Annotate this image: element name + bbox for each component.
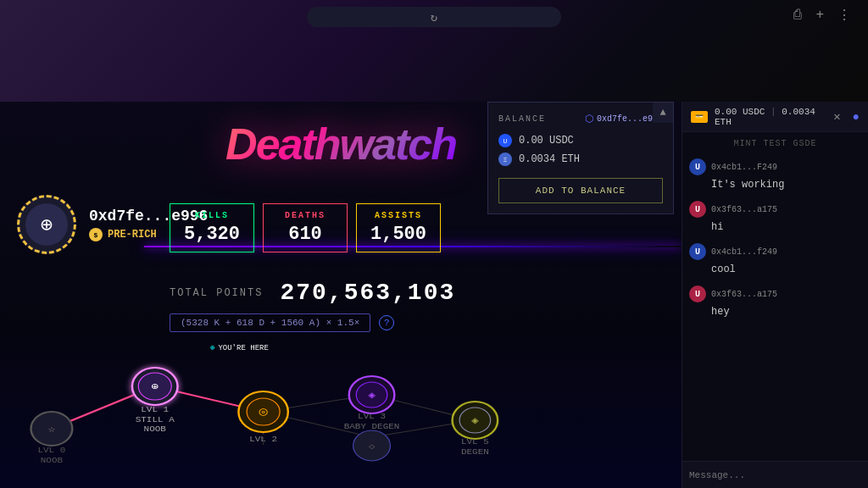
chat-panel: BALANCE ⬡ 0xd7fe...e996 U 0.00 USDC Ξ 0.…	[682, 102, 868, 488]
msg-avatar: U	[689, 243, 706, 260]
chat-message: U 0x3f63...a175 hey	[689, 286, 861, 318]
chat-message: U 0x4cb1...F249 It's working	[689, 158, 861, 191]
system-message: MINT TEST GSDE	[689, 139, 861, 148]
svg-text:LVL 2: LVL 2	[249, 435, 277, 444]
msg-text: It's working	[711, 179, 861, 191]
game-title: Deathwatch	[225, 119, 456, 169]
svg-text:LVL 1: LVL 1	[141, 406, 169, 414]
eth-icon: Ξ	[498, 152, 512, 166]
usdc-icon: U	[498, 134, 512, 147]
msg-header: U 0x3f63...a175	[689, 286, 861, 302]
add-tab-icon[interactable]: +	[815, 8, 824, 23]
total-points-value: 270,563,103	[280, 280, 455, 306]
kills-label: KILLS	[184, 211, 240, 220]
msg-avatar: U	[689, 286, 706, 302]
svg-text:◈: ◈	[471, 415, 479, 426]
deaths-value: 610	[277, 224, 333, 245]
total-points-area: TOTAL POINTS 270,563,103	[170, 280, 455, 306]
assists-value: 1,500	[370, 224, 426, 245]
chat-message: U 0x4cb1...f249 cool	[689, 243, 861, 275]
svg-text:NOOB: NOOB	[41, 457, 63, 465]
balance-network-icon: ⬡	[585, 113, 593, 125]
svg-text:LVL 5: LVL 5	[461, 438, 489, 446]
wallet-icon: 💳	[691, 111, 708, 123]
msg-avatar: U	[689, 158, 706, 175]
browser-actions: ⎙ + ⋮	[793, 7, 851, 24]
chat-message: U 0x3f63...a175 hi	[689, 201, 861, 233]
svg-text:BABY DEGEN: BABY DEGEN	[344, 423, 400, 431]
chat-input-area	[682, 461, 868, 488]
eth-amount: 0.0034 ETH	[519, 153, 580, 165]
assists-label: ASSISTS	[370, 211, 426, 220]
main-content: Deathwatch ⊕ 0xd7fe...e996 $ PRE-RICH KI…	[0, 102, 868, 488]
add-to-balance-button[interactable]: ADD TO BALANCE	[498, 178, 663, 203]
wallet-usdc: 0.00 USDC	[715, 107, 765, 117]
wallet-discord-icon[interactable]: ●	[853, 110, 860, 124]
url-bar[interactable]: ↻	[307, 7, 561, 27]
level-path-svg: ☆ LVL 0 NOOB ⊕ LVL 1 STILL A NOOB ◎ LVL …	[0, 319, 682, 488]
deaths-stat: DEATHS 610	[263, 203, 348, 252]
svg-text:DEGEN: DEGEN	[461, 448, 489, 457]
msg-text: cool	[711, 263, 861, 275]
svg-text:◇: ◇	[369, 442, 376, 452]
assists-stat: ASSISTS 1,500	[356, 203, 441, 252]
svg-text:◎: ◎	[259, 405, 269, 419]
msg-avatar: U	[689, 201, 706, 218]
chat-messages: MINT TEST GSDE U 0x4cb1...F249 It's work…	[682, 132, 868, 461]
msg-text: hey	[711, 306, 861, 318]
msg-header: U 0x4cb1...f249	[689, 243, 861, 260]
menu-icon[interactable]: ⋮	[837, 7, 851, 24]
msg-address: 0x4cb1...F249	[711, 163, 777, 172]
msg-address: 0x4cb1...f249	[711, 247, 777, 257]
share-icon[interactable]: ⎙	[793, 8, 802, 23]
balance-dropdown: BALANCE ⬡ 0xd7fe...e996 U 0.00 USDC Ξ 0.…	[487, 102, 674, 214]
msg-address: 0x3f63...a175	[711, 205, 777, 214]
chat-input[interactable]	[689, 470, 861, 480]
browser-chrome: ↻ ⎙ + ⋮	[0, 0, 868, 102]
svg-text:☆: ☆	[48, 424, 56, 435]
deaths-label: DEATHS	[277, 211, 333, 220]
svg-text:LVL 3: LVL 3	[358, 413, 386, 421]
svg-text:NOOB: NOOB	[144, 425, 166, 434]
wallet-bar: 💳 0.00 USDC | 0.0034 ETH ✕ ●	[682, 102, 868, 132]
svg-text:⊕: ⊕	[151, 381, 159, 392]
msg-text: hi	[711, 221, 861, 233]
kills-stat: KILLS 5,320	[170, 203, 254, 252]
svg-text:STILL A: STILL A	[136, 416, 175, 424]
msg-address: 0x3f63...a175	[711, 290, 777, 299]
msg-header: U 0x4cb1...F249	[689, 158, 861, 175]
wallet-separator: |	[771, 107, 782, 117]
badge-coin-icon: $	[89, 228, 103, 241]
browser-top-bar: ↻ ⎙ + ⋮	[0, 0, 868, 34]
svg-text:LVL 0: LVL 0	[37, 446, 65, 455]
level-path: ☆ LVL 0 NOOB ⊕ LVL 1 STILL A NOOB ◎ LVL …	[0, 319, 682, 488]
balance-eth-row: Ξ 0.0034 ETH	[498, 152, 663, 166]
balance-header: BALANCE ⬡ 0xd7fe...e996	[498, 113, 663, 125]
wallet-amounts: 0.00 USDC | 0.0034 ETH	[715, 107, 826, 127]
usdc-amount: 0.00 USDC	[519, 135, 574, 147]
svg-text:◈: ◈	[368, 390, 376, 401]
reload-icon[interactable]: ↻	[431, 10, 437, 25]
wallet-close-icon[interactable]: ✕	[833, 109, 840, 124]
msg-header: U 0x3f63...a175	[689, 201, 861, 218]
avatar: ⊕	[17, 195, 76, 254]
balance-usdc-row: U 0.00 USDC	[498, 134, 663, 147]
avatar-inner: ⊕	[25, 203, 68, 246]
kills-value: 5,320	[184, 224, 240, 245]
balance-title: BALANCE	[498, 114, 546, 124]
total-points-label: TOTAL POINTS	[170, 287, 263, 299]
badge-label: PRE-RICH	[108, 229, 157, 241]
collapse-button[interactable]: ▲	[653, 103, 673, 123]
